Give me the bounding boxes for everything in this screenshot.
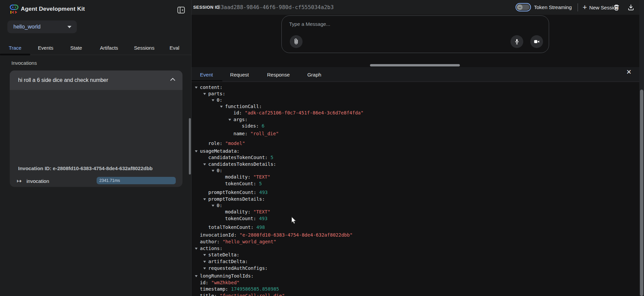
span-duration-label: 2341.71ms <box>99 178 120 183</box>
span-label: invocation <box>26 178 49 184</box>
json-line: id: "wmZhkbed" <box>192 280 638 286</box>
json-key: artifactDelta: <box>208 259 248 264</box>
microphone-button[interactable] <box>511 35 523 48</box>
json-line[interactable]: promptTokensDetails: <box>192 196 638 202</box>
app-title: Agent Development Kit <box>21 6 85 12</box>
json-key: actions: <box>200 246 222 251</box>
invocations-heading: Invocations <box>11 60 37 66</box>
json-line[interactable]: 0: <box>192 167 638 174</box>
json-value: "wmZhkbed" <box>208 280 239 285</box>
invocation-card-header[interactable]: hi roll a 6 side dice and check number <box>10 70 182 90</box>
chevron-up-icon <box>169 76 176 85</box>
json-line[interactable]: functionCall: <box>192 103 638 110</box>
caret-down-icon[interactable] <box>195 150 198 152</box>
json-key: tokenCount: <box>225 216 256 221</box>
tab-graph[interactable]: Graph <box>299 68 329 81</box>
caret-down-icon[interactable] <box>203 93 206 95</box>
caret-down-icon[interactable] <box>212 170 214 172</box>
chat-horizontal-scrollbar[interactable] <box>370 64 460 66</box>
json-line: candidatesTokenCount: 5 <box>192 154 638 161</box>
caret-down-icon[interactable] <box>195 87 198 89</box>
json-line[interactable]: 0: <box>192 202 638 209</box>
caret-down-icon[interactable] <box>203 198 206 200</box>
json-key: 0: <box>217 97 222 103</box>
caret-down-icon[interactable] <box>203 254 206 256</box>
json-line[interactable]: args: <box>192 116 638 123</box>
json-key: 0: <box>217 203 222 208</box>
json-key: title: <box>200 293 217 296</box>
span-duration-bar: 2341.71ms <box>97 177 176 184</box>
sidebar-tabs: TraceEventsStateArtifactsSessionsEval <box>0 41 187 54</box>
collapse-sidebar-icon[interactable] <box>177 6 185 14</box>
json-value: 6 <box>259 123 265 129</box>
json-value: 493 <box>256 216 268 221</box>
detail-tabs: EventRequestResponseGraph <box>192 68 329 81</box>
caret-down-icon[interactable] <box>203 261 206 263</box>
json-line[interactable]: actions: <box>192 245 638 252</box>
trace-row-invocation[interactable]: ↦invocation2341.71ms <box>10 176 182 186</box>
json-line: totalTokenCount: 498 <box>192 224 638 231</box>
json-line[interactable]: parts: <box>192 91 638 97</box>
caret-down-icon[interactable] <box>195 248 198 250</box>
json-line[interactable]: content: <box>192 84 638 91</box>
json-line[interactable]: usageMetadata: <box>192 148 638 154</box>
header-divider <box>578 3 578 11</box>
json-key: modality: <box>225 174 251 180</box>
message-input-box[interactable]: Type a Message... <box>281 15 549 53</box>
token-streaming-toggle[interactable]: − <box>516 3 531 11</box>
json-line[interactable]: longRunningToolIds: <box>192 273 638 279</box>
json-key: tokenCount: <box>225 181 256 186</box>
video-camera-icon <box>533 38 540 45</box>
trash-icon <box>613 4 620 11</box>
json-value: "TEXT" <box>251 174 270 180</box>
json-key: timestamp: <box>200 286 228 292</box>
export-session-button[interactable] <box>627 3 635 12</box>
tab-event[interactable]: Event <box>192 68 221 81</box>
session-id-value: 33aad288-9846-46f6-980d-cf555034a2b3 <box>217 4 334 10</box>
agent-selector[interactable]: hello_world <box>7 20 77 33</box>
attach-file-button[interactable] <box>290 35 303 48</box>
caret-down-icon[interactable] <box>220 106 223 108</box>
json-value: "functionCall:roll_die" <box>217 293 285 296</box>
caret-down-icon[interactable] <box>203 267 206 269</box>
json-line[interactable]: 0: <box>192 97 638 103</box>
page-scrollbar-thumb[interactable] <box>640 90 643 296</box>
json-line[interactable]: requestedAuthConfigs: <box>192 265 638 272</box>
caret-down-icon[interactable] <box>212 99 214 101</box>
tab-trace[interactable]: Trace <box>0 41 30 54</box>
caret-down-icon[interactable] <box>203 163 206 165</box>
close-icon[interactable]: ✕ <box>625 67 633 76</box>
invocation-card: hi roll a 6 side dice and check number I… <box>10 70 182 187</box>
delete-session-button[interactable] <box>612 3 621 12</box>
json-value: "e-2808fd10-6383-4754-8de4-632af8022dbb" <box>237 232 353 238</box>
json-line: tokenCount: 493 <box>192 215 638 222</box>
json-value: "TEXT" <box>251 209 270 214</box>
tab-state[interactable]: State <box>61 41 91 54</box>
token-streaming-label: Token Streaming <box>534 4 572 10</box>
json-key: role: <box>208 141 222 146</box>
json-key: candidatesTokensDetails: <box>208 161 276 167</box>
json-line[interactable]: artifactDelta: <box>192 258 638 265</box>
caret-down-icon[interactable] <box>212 205 214 207</box>
tab-artifacts[interactable]: Artifacts <box>91 41 127 54</box>
tab-events[interactable]: Events <box>30 41 61 54</box>
tab-sessions[interactable]: Sessions <box>127 41 162 54</box>
json-line: modality: "TEXT" <box>192 209 638 215</box>
tab-response[interactable]: Response <box>258 68 299 81</box>
arrow-icon: ↦ <box>17 178 21 184</box>
trace-row-agent_run[interactable]: agent_run [hello_world_agent]2341.52ms <box>10 186 182 187</box>
tab-eval[interactable]: Eval <box>162 41 187 54</box>
json-value: 493 <box>256 190 268 195</box>
caret-down-icon[interactable] <box>228 119 231 121</box>
json-key: args: <box>233 117 248 122</box>
video-button[interactable] <box>530 35 543 48</box>
json-line[interactable]: candidatesTokensDetails: <box>192 161 638 167</box>
json-line[interactable]: stateDelta: <box>192 252 638 258</box>
sidebar-tabs-scrollbar[interactable] <box>0 54 30 55</box>
invocation-id: Invocation ID: e-2808fd10-6383-4754-8de4… <box>18 165 153 171</box>
json-key: modality: <box>225 209 251 214</box>
json-key: stateDelta: <box>208 252 239 257</box>
caret-down-icon[interactable] <box>195 275 198 277</box>
tab-request[interactable]: Request <box>221 68 258 81</box>
sidebar-scrollbar[interactable] <box>189 118 191 175</box>
